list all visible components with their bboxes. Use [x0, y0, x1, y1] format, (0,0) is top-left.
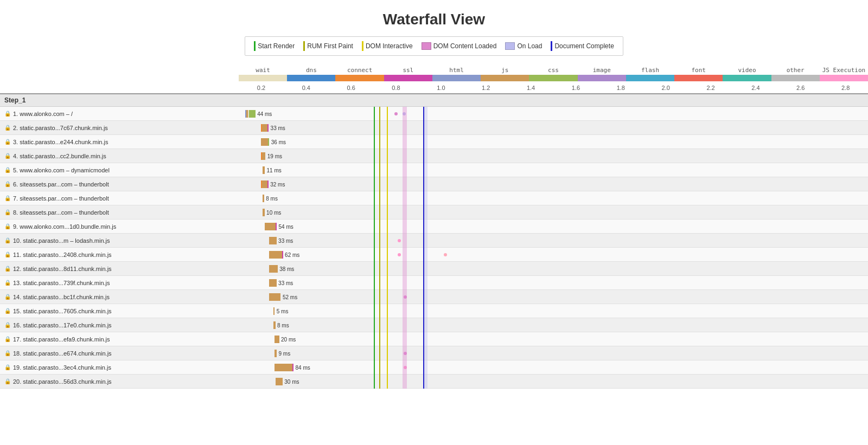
row-resource-label: 20. static.parasto...56d3.chunk.min.js	[13, 378, 112, 385]
lock-icon: 🔒	[4, 336, 11, 342]
row-resource-label: 2. static.parasto...7c67.chunk.min.js	[13, 125, 108, 131]
timeline-tick: 2.2	[688, 85, 733, 91]
row-label: 🔒2. static.parasto...7c67.chunk.min.js	[0, 125, 239, 131]
resource-bar	[276, 378, 282, 385]
table-row: 🔒5. www.alonko.com – dynamicmodel11 ms	[0, 163, 868, 177]
row-label: 🔒7. siteassets.par...com – thunderbolt	[0, 195, 239, 202]
type-label: image	[578, 67, 626, 74]
row-resource-label: 3. static.parasto...e244.chunk.min.js	[13, 139, 108, 145]
row-label: 🔒14. static.parasto...bc1f.chunk.min.js	[0, 294, 239, 300]
color-swatch	[287, 75, 335, 81]
timing-label: 36 ms	[271, 139, 286, 145]
type-label: js	[481, 67, 529, 74]
timeline-tick: 2.8	[823, 85, 868, 91]
timing-label: 33 ms	[271, 125, 285, 131]
resource-bar	[269, 293, 281, 301]
timing-label: 33 ms	[278, 237, 293, 243]
row-resource-label: 18. static.parasto...e674.chunk.min.js	[13, 350, 112, 357]
row-label: 🔒6. siteassets.par...com – thunderbolt	[0, 181, 239, 188]
row-timeline: 54 ms	[239, 220, 868, 233]
bar-segment	[268, 138, 269, 146]
row-resource-label: 7. siteassets.par...com – thunderbolt	[13, 195, 109, 202]
resource-bar	[269, 251, 283, 259]
color-swatch	[723, 75, 771, 81]
timing-label: 20 ms	[281, 336, 296, 342]
row-timeline: 9 ms	[239, 346, 868, 360]
color-swatch	[771, 75, 820, 81]
timeline-tick: 1.0	[418, 85, 463, 91]
timeline-tick: 1.2	[463, 85, 508, 91]
timing-label: 54 ms	[278, 223, 293, 229]
bar-segment	[269, 251, 282, 259]
timeline-tick: 0.6	[329, 85, 374, 91]
table-row: 🔒13. static.parasto...739f.chunk.min.js3…	[0, 276, 868, 290]
row-label: 🔒19. static.parasto...3ec4.chunk.min.js	[0, 364, 239, 371]
resource-bar	[269, 265, 278, 273]
table-row: 🔒7. siteassets.par...com – thunderbolt8 …	[0, 191, 868, 205]
bar-segment	[262, 152, 266, 160]
row-label: 🔒18. static.parasto...e674.chunk.min.js	[0, 350, 239, 357]
legend-item: RUM First Paint	[303, 41, 353, 51]
resource-swatches	[0, 75, 868, 81]
timeline-tick: 1.8	[598, 85, 643, 91]
resource-type-labels: waitdnsconnectsslhtmljscssimageflashfont…	[0, 67, 868, 75]
resource-bar	[245, 110, 255, 118]
resource-bar	[275, 336, 279, 343]
timing-label: 52 ms	[283, 294, 297, 300]
table-row: 🔒19. static.parasto...3ec4.chunk.min.js8…	[0, 360, 868, 375]
type-label: connect	[335, 67, 384, 74]
lock-icon: 🔒	[4, 364, 11, 370]
row-resource-label: 17. static.parasto...efa9.chunk.min.js	[13, 336, 110, 343]
row-resource-label: 11. static.parasto...2408.chunk.min.js	[13, 251, 112, 258]
lock-icon: 🔒	[4, 294, 11, 300]
lock-icon: 🔒	[4, 195, 11, 201]
bar-segment	[273, 321, 275, 329]
row-timeline: 20 ms	[239, 332, 868, 346]
table-row: 🔒2. static.parasto...7c67.chunk.min.js33…	[0, 121, 868, 135]
row-timeline: 36 ms	[239, 135, 868, 149]
color-swatch	[239, 75, 287, 81]
table-row: 🔒14. static.parasto...bc1f.chunk.min.js5…	[0, 290, 868, 304]
bar-segment	[269, 265, 278, 273]
type-label: wait	[239, 67, 287, 74]
timeline-tick: 2.4	[733, 85, 778, 91]
lock-icon: 🔒	[4, 378, 11, 384]
type-label: html	[432, 67, 481, 74]
timing-label: 8 ms	[277, 322, 289, 328]
resource-bar	[275, 364, 293, 371]
row-timeline: 8 ms	[239, 318, 868, 332]
row-timeline: 52 ms	[239, 290, 868, 304]
lock-icon: 🔒	[4, 125, 11, 131]
bar-segment	[276, 378, 282, 385]
timeline-wrapper: 🔒1. www.alonko.com – /44 ms🔒2. static.pa…	[0, 107, 868, 389]
page-title: Waterfall View	[0, 0, 868, 36]
legend-item: Start Render	[254, 41, 295, 51]
type-label: JS Execution	[820, 67, 868, 74]
row-resource-label: 16. static.parasto...17e0.chunk.min.js	[13, 322, 112, 328]
timing-dot	[404, 295, 407, 299]
row-resource-label: 19. static.parasto...3ec4.chunk.min.js	[13, 364, 111, 371]
row-resource-label: 12. static.parasto...8d11.chunk.min.js	[13, 266, 112, 272]
lock-icon: 🔒	[4, 139, 11, 145]
resource-bar	[261, 152, 265, 160]
lock-icon: 🔒	[4, 350, 11, 356]
lock-icon: 🔒	[4, 181, 11, 187]
bar-segment	[262, 124, 267, 132]
timing-label: 9 ms	[278, 350, 290, 356]
bar-segment	[263, 195, 264, 202]
color-swatch	[578, 75, 626, 81]
row-timeline: 32 ms	[239, 177, 868, 191]
lock-icon: 🔒	[4, 209, 11, 215]
legend-item: On Load	[505, 42, 542, 50]
row-label: 🔒17. static.parasto...efa9.chunk.min.js	[0, 336, 239, 343]
timeline-tick: 0.4	[284, 85, 329, 91]
lock-icon: 🔒	[4, 322, 11, 328]
resource-bar	[261, 180, 268, 188]
timeline-tick: 1.4	[508, 85, 553, 91]
row-timeline: 19 ms	[239, 149, 868, 163]
timing-label: 62 ms	[285, 251, 299, 257]
resource-bar	[275, 350, 277, 357]
bar-segment	[263, 209, 265, 216]
bar-segment	[273, 307, 275, 315]
timing-dot	[404, 352, 407, 355]
